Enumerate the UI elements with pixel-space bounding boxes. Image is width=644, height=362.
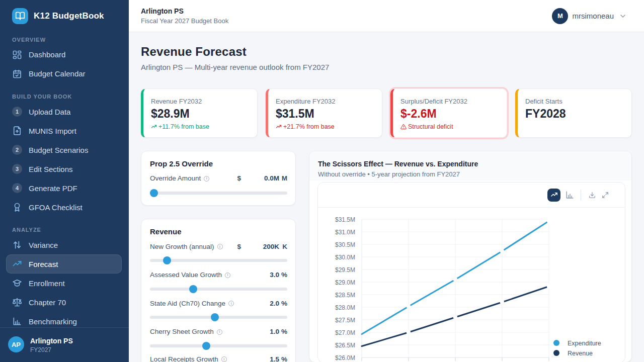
svg-text:$30.5M: $30.5M xyxy=(335,241,355,248)
svg-text:$28.5M: $28.5M xyxy=(335,292,355,299)
svg-text:$26.5M: $26.5M xyxy=(335,342,355,349)
svg-text:$31.0M: $31.0M xyxy=(335,229,355,236)
svg-text:Revenue: Revenue xyxy=(568,350,593,357)
svg-text:Expenditure: Expenditure xyxy=(568,340,601,347)
svg-text:$30.0M: $30.0M xyxy=(335,254,355,261)
svg-text:$27.0M: $27.0M xyxy=(335,329,355,336)
svg-text:$27.5M: $27.5M xyxy=(335,317,355,324)
svg-text:$29.5M: $29.5M xyxy=(335,266,355,274)
svg-text:$28.0M: $28.0M xyxy=(335,304,355,311)
svg-text:$29.0M: $29.0M xyxy=(335,279,355,286)
svg-text:$31.5M: $31.5M xyxy=(335,216,355,223)
svg-text:$26.0M: $26.0M xyxy=(335,354,355,361)
